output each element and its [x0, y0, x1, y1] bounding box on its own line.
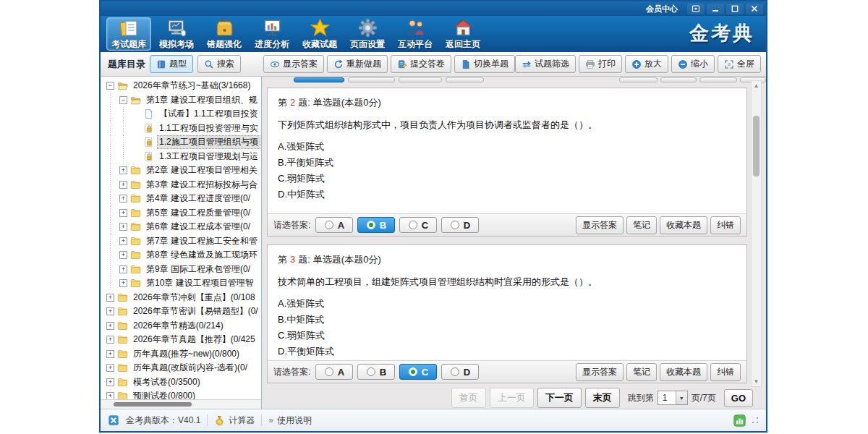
tree-item[interactable]: −第1章 建设工程项目组织、规: [101, 93, 261, 108]
page-select[interactable]: 1 ▼: [658, 391, 688, 405]
choice-b-selected[interactable]: B: [357, 217, 395, 233]
tree-item[interactable]: −2026年章节练习~基础(3/1668): [101, 79, 261, 93]
zoom-in-button[interactable]: 放大: [625, 55, 668, 73]
close-button[interactable]: [746, 4, 763, 14]
favorite-question-button[interactable]: 收藏本题: [660, 363, 707, 381]
tree-item[interactable]: +2026年章节冲刺【重点】(0/108: [101, 291, 261, 305]
search-button[interactable]: 搜索: [197, 55, 241, 73]
choice-c-selected[interactable]: C: [399, 364, 437, 380]
expand-box[interactable]: +: [106, 392, 114, 399]
scroll-down-arrow[interactable]: ▼: [752, 377, 761, 386]
tree-item[interactable]: 1.3工程项目管理规划与运: [101, 150, 261, 164]
expand-box[interactable]: +: [106, 378, 114, 386]
note-button[interactable]: 笔记: [626, 216, 657, 234]
scrollbar-thumb[interactable]: [753, 116, 760, 176]
expand-box[interactable]: +: [106, 364, 114, 372]
show-answers-button[interactable]: 显示答案: [263, 55, 324, 73]
chevron-down-icon[interactable]: ▼: [676, 391, 687, 404]
redo-questions-button[interactable]: 重新做题: [327, 55, 388, 73]
tree-item[interactable]: +2026年章节真题【推荐】(0/425: [101, 333, 261, 347]
tree-item[interactable]: +历年真题(改版前内容-选看)(0/: [101, 361, 261, 375]
fullscreen-button[interactable]: 全屏: [718, 55, 761, 73]
tree-item[interactable]: +第10章 建设工程项目管理智: [101, 276, 261, 291]
tree-item[interactable]: +第5章 建设工程质量管理(0/: [101, 206, 261, 221]
minimize-button[interactable]: [707, 4, 724, 14]
tree-item[interactable]: +第2章 建设工程项目管理相关: [101, 163, 261, 178]
expand-box[interactable]: +: [119, 166, 127, 174]
expand-box[interactable]: +: [106, 336, 114, 344]
tab-sliver[interactable]: [399, 77, 442, 82]
tree-item[interactable]: +第9章 国际工程承包管理(0/: [101, 263, 261, 277]
nav-mock-exam[interactable]: 模拟考场: [154, 17, 199, 51]
question-type-button[interactable]: 题型: [150, 55, 193, 73]
nav-page-settings[interactable]: 页面设置: [345, 17, 390, 51]
favorite-question-button[interactable]: 收藏本题: [660, 216, 707, 234]
expand-box[interactable]: +: [119, 195, 127, 203]
question-filter-button[interactable]: 试题筛选: [515, 55, 576, 73]
tree-item[interactable]: +历年真题(推荐~new)(0/800): [101, 347, 261, 362]
expand-box[interactable]: +: [119, 251, 127, 259]
scroll-up-arrow[interactable]: ▲: [752, 81, 761, 90]
prev-page-button[interactable]: 上一页: [490, 388, 534, 408]
choice-b[interactable]: B: [357, 364, 395, 380]
expand-box[interactable]: +: [119, 181, 127, 189]
tree-item[interactable]: +第6章 建设工程成本管理(0/: [101, 220, 261, 234]
nav-back-home[interactable]: 返回主页: [441, 17, 485, 51]
collapse-box[interactable]: −: [119, 96, 127, 104]
tree-item[interactable]: +2026年章节精选(0/214): [101, 319, 261, 333]
tab-sliver[interactable]: [660, 77, 697, 82]
tree-item[interactable]: +模考试卷(0/3500): [101, 375, 261, 390]
tree-item[interactable]: +预测试卷(0/800): [101, 389, 261, 399]
report-error-button[interactable]: 纠错: [710, 363, 741, 381]
tree-item[interactable]: +第4章 建设工程进度管理(0/: [101, 192, 261, 206]
go-button[interactable]: GO: [724, 389, 753, 407]
member-center-link[interactable]: 会员中心: [646, 4, 678, 14]
tab-sliver[interactable]: [446, 77, 484, 82]
resize-grip[interactable]: [752, 417, 759, 424]
choice-d[interactable]: D: [441, 217, 479, 233]
last-page-button[interactable]: 末页: [585, 388, 620, 408]
show-answer-button[interactable]: 显示答案: [576, 216, 624, 234]
question-vertical-scrollbar[interactable]: ▲ ▼: [751, 80, 762, 387]
switch-single-button[interactable]: 切换单题: [454, 55, 515, 73]
tab-sliver[interactable]: [699, 77, 737, 82]
expand-box[interactable]: +: [106, 322, 114, 330]
expand-box[interactable]: +: [119, 279, 127, 287]
tab-sliver[interactable]: [348, 77, 395, 82]
calculator-link[interactable]: 计算器: [214, 414, 255, 427]
choice-d[interactable]: D: [441, 364, 479, 380]
tree-item[interactable]: 1.2施工项目管理组织与项: [101, 135, 261, 150]
nav-interactive-platform[interactable]: 互动平台: [393, 17, 438, 51]
collapse-box[interactable]: −: [106, 82, 114, 90]
expand-box[interactable]: +: [106, 350, 114, 358]
choice-a[interactable]: A: [315, 364, 353, 380]
expand-box[interactable]: +: [106, 294, 114, 302]
zoom-out-button[interactable]: 缩小: [671, 55, 715, 73]
expand-box[interactable]: +: [119, 237, 127, 245]
expand-box[interactable]: +: [119, 223, 127, 231]
nav-wrong-strengthen[interactable]: 错题强化: [202, 17, 247, 51]
choice-a[interactable]: A: [315, 217, 353, 233]
maximize-button[interactable]: [726, 4, 744, 14]
tree-item[interactable]: +第3章 建设工程招标投标与合: [101, 178, 261, 192]
choice-c[interactable]: C: [399, 217, 437, 233]
expand-box[interactable]: +: [119, 209, 127, 217]
tab-sliver-active[interactable]: [294, 77, 344, 82]
submit-paper-button[interactable]: 提交答卷: [391, 55, 451, 73]
sidebar-horizontal-scrollbar[interactable]: [101, 399, 261, 409]
print-button[interactable]: 打印: [579, 55, 622, 73]
report-error-button[interactable]: 纠错: [710, 216, 741, 234]
tree-item[interactable]: +第7章 建设工程施工安全和管: [101, 234, 261, 249]
chart-icon[interactable]: [733, 414, 746, 427]
note-button[interactable]: 笔记: [626, 363, 657, 381]
expand-box[interactable]: +: [119, 265, 127, 273]
nav-progress-analysis[interactable]: 进度分析: [250, 17, 294, 51]
next-page-button[interactable]: 下一页: [537, 388, 582, 408]
tree-item[interactable]: +2026年章节密训【易错题型】(0/: [101, 305, 261, 319]
tab-sliver[interactable]: [619, 77, 658, 82]
tree-item[interactable]: +第8章 绿色建造及施工现场环: [101, 248, 261, 263]
tray-button[interactable]: [687, 4, 705, 14]
tree-item[interactable]: 1.1工程项目投资管理与实: [101, 122, 261, 136]
tree-item[interactable]: 【试看】1.1工程项目投资: [101, 107, 261, 122]
expand-box[interactable]: +: [106, 307, 114, 315]
